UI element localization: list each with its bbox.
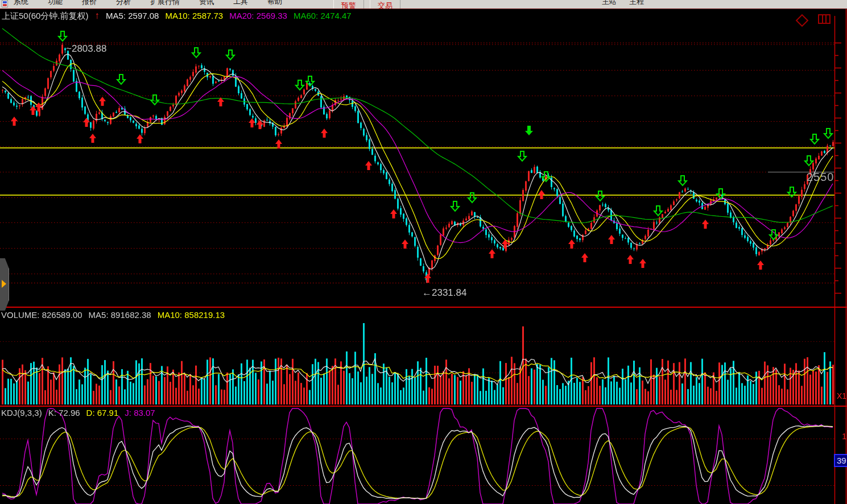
chart-canvas[interactable]	[0, 0, 847, 504]
volume-label: MA10: 858219.13	[158, 310, 225, 320]
menu-item[interactable]: 扩展行情	[150, 0, 180, 7]
menubar: 系统功能报价分析扩展行情资讯工具帮助 预警 交易 主站主程	[0, 0, 847, 9]
menu-right-item[interactable]: 主站	[602, 0, 617, 7]
low-price-label: ←2331.84	[422, 287, 466, 299]
ma-label: MA10: 2587.73	[165, 11, 223, 22]
kdj-value-badge: 39	[834, 454, 847, 467]
menu-item[interactable]: 工具	[233, 0, 248, 7]
up-arrow-icon: ↑	[95, 11, 100, 22]
volume-label: VOLUME: 826589.00	[1, 310, 82, 320]
menu-right-item[interactable]: 主程	[629, 0, 644, 7]
kdj-label: D: 67.91	[86, 408, 119, 418]
menu-items: 系统功能报价分析扩展行情资讯工具帮助	[14, 0, 282, 7]
kdj-label: J: 83.07	[125, 408, 155, 418]
high-price-label: ~2803.88	[66, 43, 106, 55]
alert-button[interactable]: 预警	[333, 0, 364, 9]
ma-labels: MA5: 2597.08MA10: 2587.73MA20: 2569.33MA…	[106, 11, 352, 22]
ma-label: MA60: 2474.47	[294, 11, 352, 22]
kdj-label: KDJ(9,3,3)	[1, 408, 42, 418]
expand-arrow-icon	[2, 280, 6, 288]
volume-label: MA5: 891682.38	[89, 310, 151, 320]
menubar-right: 主站主程	[602, 0, 644, 7]
chart-title: 上证50(60分钟.前复权)	[2, 11, 89, 22]
ma-label: MA5: 2597.08	[106, 11, 159, 22]
menu-item[interactable]: 资讯	[199, 0, 214, 7]
menu-item[interactable]: 功能	[48, 0, 63, 7]
menu-item[interactable]: 报价	[82, 0, 97, 7]
volume-header: VOLUME: 826589.00MA5: 891682.38MA10: 858…	[1, 310, 225, 320]
trade-button[interactable]: 交易	[370, 0, 400, 9]
panel-expand-handle[interactable]	[0, 258, 9, 311]
menu-item[interactable]: 分析	[116, 0, 131, 7]
app-icon	[2, 0, 8, 7]
ma-label: MA20: 2569.33	[229, 11, 287, 22]
main-chart-header: 上证50(60分钟.前复权) ↑ MA5: 2597.08MA10: 2587.…	[2, 11, 352, 22]
kdj-header: KDJ(9,3,3)K: 72.96D: 67.91J: 83.07	[1, 408, 155, 418]
kdj-label: K: 72.96	[48, 408, 80, 418]
volume-scale-label: X1	[837, 391, 846, 400]
current-price-label: 2550	[807, 171, 834, 184]
kdj-right-label: 1	[842, 431, 846, 441]
menu-item[interactable]: 系统	[14, 0, 28, 7]
menu-item[interactable]: 帮助	[267, 0, 282, 7]
split-window-icon[interactable]	[818, 14, 831, 24]
